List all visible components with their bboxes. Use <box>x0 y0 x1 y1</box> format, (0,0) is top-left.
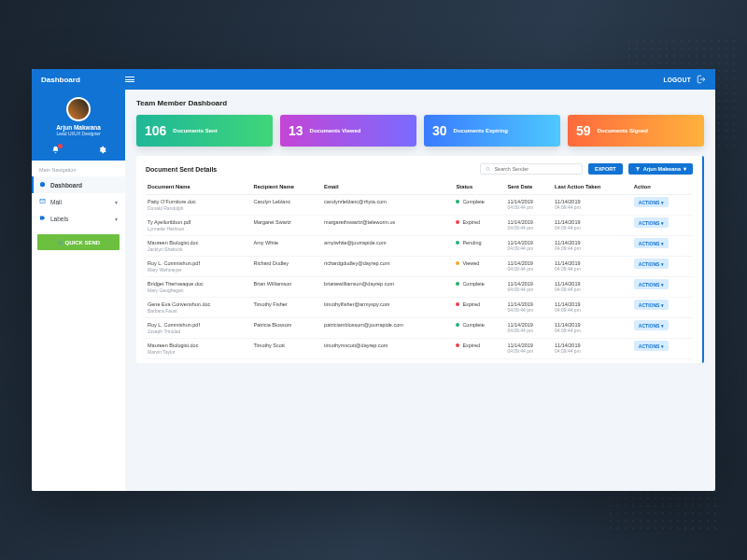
row-actions-button[interactable]: ACTIONS ▾ <box>634 259 669 269</box>
cell-sent-date: 11/14/201904:09:44 pm <box>505 236 553 257</box>
label-icon <box>39 215 46 222</box>
menu-toggle-icon[interactable] <box>125 77 134 82</box>
row-actions-button[interactable]: ACTIONS ▾ <box>634 279 669 289</box>
cell-recipient: Brian Williamson <box>251 277 322 298</box>
stat-card-documents-sent[interactable]: 106 Documents Sent <box>136 115 273 147</box>
cell-document: Gene Eva Convenshun.docBarbara Faust <box>146 298 251 318</box>
search-input[interactable] <box>494 166 577 172</box>
table-row: Gene Eva Convenshun.docBarbara Faust Tim… <box>146 298 693 318</box>
documents-panel: Document Sent Details EXPORT Arjun Makwa… <box>136 156 704 363</box>
logout-icon[interactable] <box>697 75 706 85</box>
row-actions-button[interactable]: ACTIONS ▾ <box>634 217 669 228</box>
cell-last-action: 11/14/201904:09:44 pm <box>553 339 632 359</box>
filter-user-dropdown[interactable]: Arjun Makwana ▾ <box>628 163 693 175</box>
sidebar-iconrow <box>32 140 125 161</box>
notification-badge <box>58 144 63 148</box>
settings-button[interactable] <box>78 140 125 161</box>
cell-action: ACTIONS ▾ <box>632 318 693 339</box>
status-dot <box>456 261 459 265</box>
stat-number: 30 <box>432 123 447 138</box>
cell-document: Maureen Biologist.docMarvin Taylor <box>146 339 251 359</box>
cell-email: timothymscott@dayrep.com <box>322 339 454 359</box>
cell-last-action: 11/14/201904:09:44 pm <box>553 298 632 318</box>
profile-name: Arjun Makwana <box>32 124 125 131</box>
row-actions-button[interactable]: ACTIONS ▾ <box>634 300 669 310</box>
status-dot <box>456 302 459 306</box>
svg-point-0 <box>40 182 45 187</box>
cell-email: margarethswartz@teleworm.us <box>322 216 454 236</box>
export-button[interactable]: EXPORT <box>588 163 623 175</box>
table-row: Patty O'Furniture.docDonald Randolph Car… <box>146 195 693 216</box>
table-row: Roy L. Commishun.pdfMary Wehmeyer Richar… <box>146 257 693 277</box>
cell-action: ACTIONS ▾ <box>632 236 693 257</box>
filter-icon <box>635 166 641 172</box>
nav-section-label: Main Navigation <box>32 161 125 176</box>
profile-role: Lead UI/UX Designer <box>32 131 125 136</box>
stat-label: Documents Sent <box>173 128 217 133</box>
stat-number: 13 <box>289 123 303 138</box>
cell-last-action: 11/14/201904:09:44 pm <box>553 195 632 216</box>
col-recipient-name[interactable]: Recipient Name <box>251 180 322 195</box>
col-email[interactable]: Email <box>322 180 454 195</box>
gear-icon <box>98 148 106 155</box>
cell-sent-date: 11/14/201904:09:44 pm <box>505 339 553 359</box>
stat-card-documents-signed[interactable]: 59 Documents Signed <box>568 115 704 147</box>
col-status[interactable]: Status <box>454 180 505 195</box>
cell-action: ACTIONS ▾ <box>632 257 693 277</box>
chevron-down-icon: ▾ <box>115 216 118 222</box>
sidebar-item-label: Mail <box>50 199 62 205</box>
status-dot <box>456 220 459 224</box>
sidebar-item-label: Labels <box>50 216 68 222</box>
avatar[interactable] <box>66 97 91 121</box>
dashboard-icon <box>39 181 46 189</box>
status-dot <box>456 282 459 286</box>
cell-recipient: Timothy Scott <box>251 339 322 359</box>
cell-email: richardgdudley@dayrep.com <box>322 257 454 277</box>
row-actions-button[interactable]: ACTIONS ▾ <box>634 238 669 248</box>
cell-status: Expired <box>454 298 505 318</box>
cell-last-action: 11/14/201904:09:44 pm <box>553 318 632 339</box>
app-title: Dashboard <box>41 76 80 84</box>
quick-send-button[interactable]: 📎 QUICK SEND <box>37 234 120 250</box>
cell-recipient: Margaret Swartz <box>251 216 322 236</box>
table-row: Maureen Biologist.docJacklyn Shattuck Am… <box>146 236 693 257</box>
col-document-name[interactable]: Document Name <box>146 180 251 195</box>
col-action[interactable]: Action <box>632 180 693 195</box>
profile-block: Arjun Makwana Lead UI/UX Designer <box>32 90 125 140</box>
stat-cards: 106 Documents Sent13 Documents Viewed30 … <box>136 115 704 147</box>
cell-sent-date: 11/14/201904:09:44 pm <box>505 298 553 318</box>
row-actions-button[interactable]: ACTIONS ▾ <box>634 341 669 351</box>
paperclip-icon: 📎 <box>57 240 63 245</box>
logout-button[interactable]: LOGOUT <box>663 77 691 83</box>
cell-document: Bridget Theriveaque.docMary Geoghegan <box>146 277 251 298</box>
cell-recipient: Timothy Fisher <box>251 298 322 318</box>
col-sent-date[interactable]: Sent Date <box>505 180 553 195</box>
row-actions-button[interactable]: ACTIONS ▾ <box>634 197 669 207</box>
cell-status: Complete <box>454 277 505 298</box>
sidebar-item-label: Dashboard <box>50 182 82 189</box>
cell-action: ACTIONS ▾ <box>632 298 693 318</box>
sidebar: Arjun Makwana Lead UI/UX Designer Main N… <box>32 90 125 491</box>
cell-status: Expired <box>454 339 505 359</box>
cell-document: Roy L. Commishun.pdfJoseph Trinidad <box>146 318 251 339</box>
stat-card-documents-expiring[interactable]: 30 Documents Expiring <box>424 115 560 147</box>
cell-status: Complete <box>454 318 505 339</box>
cell-recipient: Carolyn Leblanc <box>251 195 322 216</box>
cell-sent-date: 11/14/201904:09:44 pm <box>505 257 553 277</box>
stat-card-documents-viewed[interactable]: 13 Documents Viewed <box>280 115 416 147</box>
svg-point-1 <box>486 167 489 170</box>
col-last-action-taken[interactable]: Last Action Taken <box>553 180 632 195</box>
panel-title: Document Sent Details <box>146 166 217 173</box>
cell-last-action: 11/14/201904:09:44 pm <box>553 277 632 298</box>
search-sender[interactable] <box>480 163 583 175</box>
chevron-down-icon: ▾ <box>684 166 686 172</box>
sidebar-item-dashboard[interactable]: Dashboard <box>32 176 125 193</box>
table-row: Bridget Theriveaque.docMary Geoghegan Br… <box>146 277 693 298</box>
notifications-button[interactable] <box>32 140 78 161</box>
cell-sent-date: 11/14/201904:09:44 pm <box>505 195 553 216</box>
sidebar-item-mail[interactable]: Mail ▾ <box>32 193 125 210</box>
sidebar-item-labels[interactable]: Labels ▾ <box>32 210 125 227</box>
row-actions-button[interactable]: ACTIONS ▾ <box>634 320 669 330</box>
stat-label: Documents Expiring <box>454 128 508 133</box>
cell-status: Complete <box>454 195 505 216</box>
